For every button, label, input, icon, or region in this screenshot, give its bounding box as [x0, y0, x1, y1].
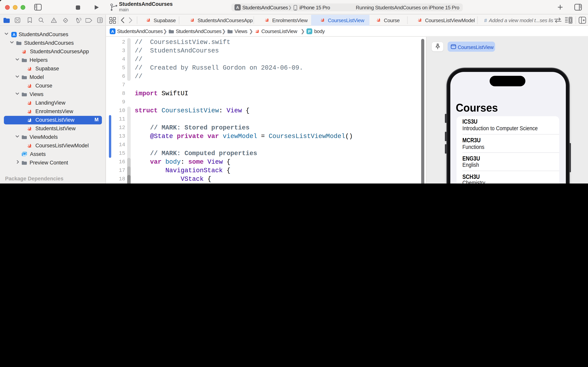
svg-text:A: A	[236, 5, 239, 10]
svg-text:A: A	[111, 29, 114, 34]
svg-text:A: A	[13, 32, 15, 37]
svg-text:P: P	[308, 29, 311, 34]
